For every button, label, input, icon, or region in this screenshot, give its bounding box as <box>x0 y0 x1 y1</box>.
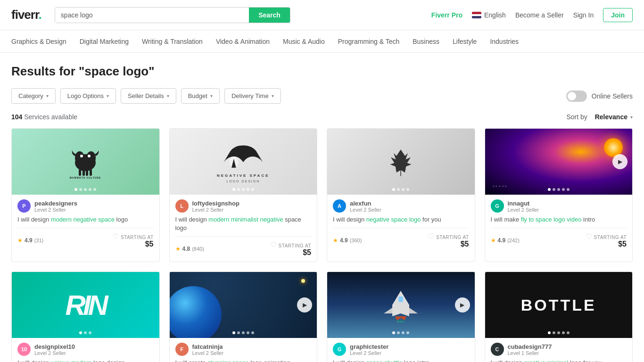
search-input[interactable] <box>55 8 249 23</box>
dot <box>402 188 405 191</box>
card-image-bg <box>170 272 317 338</box>
chevron-down-icon: ▾ <box>46 93 49 99</box>
results-title: Results for "space logo" <box>11 64 633 79</box>
gig-title-highlight: modern minimalist negative <box>208 216 283 223</box>
seller-avatar: F <box>175 343 189 356</box>
fiverr-pro-link[interactable]: Fiverr Pro <box>431 11 462 19</box>
nav-item-writing[interactable]: Writing & Translation <box>142 36 203 47</box>
card-rating: ★ 4.9 (31) <box>17 237 43 244</box>
dot <box>89 188 91 191</box>
nav-item-programming[interactable]: Programming & Tech <box>338 36 399 47</box>
gig-title-highlight: stunning space <box>207 359 248 362</box>
dot <box>79 188 82 191</box>
search-button[interactable]: Search <box>249 8 290 23</box>
rating-count: (242) <box>507 238 520 243</box>
card-image-1: NEGATIVE SPACE LOGO DESIGN <box>170 129 317 195</box>
dot <box>247 331 249 334</box>
card-body: G graphictester Level 2 Seller I will de… <box>327 338 475 362</box>
nav-item-lifestyle[interactable]: Lifestyle <box>453 36 477 47</box>
card-dots <box>392 188 409 191</box>
seller-avatar: 10 <box>17 343 31 356</box>
card-image-4: RIN <box>12 272 159 338</box>
nav-item-digital[interactable]: Digital Marketing <box>80 36 129 47</box>
heart-icon[interactable]: ♡ <box>586 232 592 241</box>
star-icon: ★ <box>333 237 338 244</box>
nav-item-video[interactable]: Video & Animation <box>216 36 270 47</box>
card-0[interactable]: MAMMOTH CULTURE P peakdesigners Level 2 … <box>11 128 160 262</box>
rating-score: 4.9 <box>498 237 506 244</box>
online-sellers-toggle: Online Sellers <box>566 90 633 102</box>
card-1[interactable]: NEGATIVE SPACE LOGO DESIGN L loftydesign… <box>169 128 318 262</box>
card-dots <box>392 331 409 334</box>
nav-item-business[interactable]: Business <box>413 36 439 47</box>
sign-in-link[interactable]: Sign In <box>573 11 594 19</box>
star-icon: ★ <box>491 237 496 244</box>
filter-budget[interactable]: Budget ▾ <box>181 88 220 104</box>
dot <box>237 188 240 191</box>
card-2[interactable]: A alexfun Level 2 Seller I will design n… <box>327 128 475 262</box>
filter-delivery-time-label: Delivery Time <box>231 92 269 99</box>
filter-category[interactable]: Category ▾ <box>11 88 56 104</box>
logo[interactable]: fiverr. <box>11 8 41 22</box>
dot <box>251 188 254 191</box>
card-dots <box>232 331 254 334</box>
flag-icon <box>472 12 481 18</box>
main-nav: Graphics & Design Digital Marketing Writ… <box>0 30 644 53</box>
filter-seller-details[interactable]: Seller Details ▾ <box>121 88 176 104</box>
dot <box>406 188 409 191</box>
rating-count: (360) <box>350 238 362 243</box>
join-button[interactable]: Join <box>603 8 633 22</box>
card-rating: ★ 4.9 (242) <box>491 237 520 244</box>
dot <box>397 188 400 191</box>
heart-icon[interactable]: ♡ <box>428 232 434 241</box>
heart-icon[interactable]: ♡ <box>112 232 119 241</box>
seller-level: Level 2 Seller <box>34 350 75 356</box>
gig-title: I will design negative space logo for yo… <box>333 215 469 224</box>
card-4[interactable]: RIN 10 designpixel10 Level 2 Seller I wi… <box>11 272 160 362</box>
card-5[interactable]: ▶ F fatcatninja Level 2 Seller I will cr… <box>169 272 318 362</box>
nav-item-graphics[interactable]: Graphics & Design <box>11 36 66 47</box>
online-sellers-switch[interactable] <box>566 90 587 102</box>
nav-item-industries[interactable]: Industries <box>490 36 519 47</box>
card-image-7: BOTTLE <box>485 272 633 338</box>
card-footer: ★ 4.8 (840) ♡ STARTING AT $5 <box>175 236 312 257</box>
nav-item-music[interactable]: Music & Audio <box>283 36 325 47</box>
card-body: F fatcatninja Level 2 Seller I will crea… <box>170 338 317 362</box>
main-content: Results for "space logo" Category ▾ Logo… <box>0 53 644 362</box>
seller-details: innagut Level 2 Seller <box>508 200 539 213</box>
seller-info: L loftydesignshop Level 2 Seller <box>175 199 312 213</box>
starting-at-label: STARTING AT <box>436 235 469 240</box>
filter-logo-options[interactable]: Logo Options ▾ <box>60 88 116 104</box>
card-dots <box>548 331 570 334</box>
card-6[interactable]: fiverr. ▶ G graphictester Level 2 Seller… <box>327 272 475 362</box>
heart-icon[interactable]: ♡ <box>270 240 277 249</box>
card-image-5: ▶ <box>170 272 317 338</box>
gig-title-highlight: modern negative space <box>51 216 115 223</box>
price-section: ♡ STARTING AT $5 <box>270 240 311 257</box>
card-3[interactable]: ★ ★ ★ ★ ★ ▶ G innagut Level 2 Seller I w… <box>485 128 633 262</box>
card-7[interactable]: BOTTLE C cubadesign777 Level 1 Seller I … <box>485 272 633 362</box>
header-right: Fiverr Pro English Become a Seller Sign … <box>431 8 633 22</box>
dot <box>232 331 235 334</box>
dot <box>557 331 560 334</box>
seller-details: designpixel10 Level 2 Seller <box>34 343 75 356</box>
play-button[interactable]: ▶ <box>297 297 312 313</box>
dot <box>562 188 565 191</box>
gig-title-highlight: negative space logo <box>366 216 421 223</box>
sort-by-dropdown[interactable]: Sort by Relevance ▾ <box>566 113 633 121</box>
svg-text:MAMMOTH CULTURE: MAMMOTH CULTURE <box>70 176 101 179</box>
play-button[interactable]: ▶ <box>455 297 470 313</box>
gig-title: I will design modern minimalist negative… <box>175 215 312 232</box>
card-body: A alexfun Level 2 Seller I will design n… <box>327 195 475 253</box>
dot <box>79 331 82 334</box>
seller-details: graphictester Level 2 Seller <box>350 343 388 356</box>
starting-at-label: STARTING AT <box>279 243 311 248</box>
cards-grid: MAMMOTH CULTURE P peakdesigners Level 2 … <box>11 128 633 362</box>
filter-delivery-time[interactable]: Delivery Time ▾ <box>224 88 281 104</box>
header: fiverr. Search Fiverr Pro English Become… <box>0 0 644 30</box>
play-button[interactable]: ▶ <box>612 154 627 169</box>
seller-info: 10 designpixel10 Level 2 Seller <box>17 343 154 356</box>
dot <box>242 188 245 191</box>
become-seller-link[interactable]: Become a Seller <box>515 11 564 19</box>
language-selector[interactable]: English <box>472 11 506 19</box>
